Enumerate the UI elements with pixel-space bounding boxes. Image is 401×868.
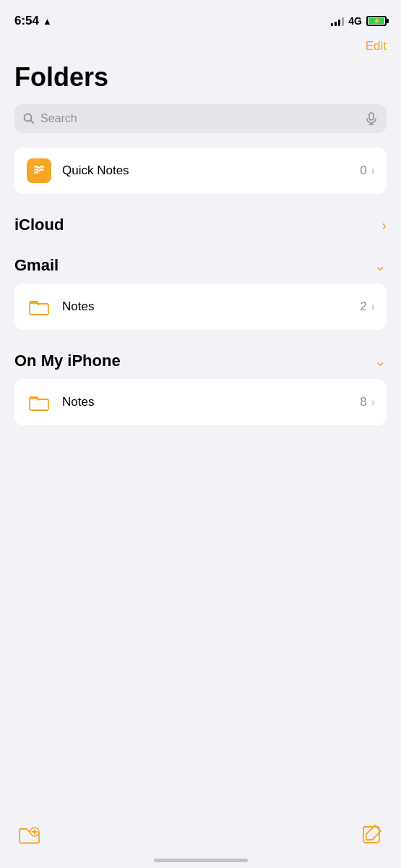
icloud-chevron-icon: › (381, 217, 387, 234)
gmail-chevron-icon: ⌄ (374, 257, 387, 274)
gmail-section-header[interactable]: Gmail ⌄ (0, 243, 401, 284)
signal-bars-icon (331, 16, 344, 26)
quick-notes-label: Quick Notes (62, 163, 360, 178)
svg-rect-2 (369, 113, 374, 120)
quick-notes-chevron-icon: › (371, 164, 375, 177)
quick-notes-item[interactable]: Quick Notes 0 › (14, 148, 387, 194)
page-title: Folders (0, 59, 401, 104)
location-arrow-icon: ▲ (43, 16, 52, 27)
search-placeholder: Search (40, 112, 359, 125)
microphone-icon[interactable] (365, 112, 378, 125)
quick-notes-icon (27, 158, 51, 183)
gmail-notes-label: Notes (62, 299, 360, 314)
gmail-notes-count: 2 (360, 299, 366, 314)
battery-icon: ⚡ (366, 16, 387, 26)
onmyiphone-chevron-icon: ⌄ (374, 352, 387, 370)
onmyiphone-section-title: On My iPhone (14, 352, 121, 370)
quick-notes-count: 0 (360, 163, 366, 178)
svg-line-1 (30, 120, 33, 123)
bottom-toolbar (0, 823, 401, 846)
top-bar: Edit (0, 36, 401, 59)
home-indicator (154, 859, 248, 862)
gmail-notes-card: Notes 2 › (14, 284, 387, 330)
quick-notes-card: Quick Notes 0 › (14, 148, 387, 194)
icloud-section-header[interactable]: iCloud › (0, 203, 401, 243)
edit-button[interactable]: Edit (366, 39, 387, 54)
gmail-section-title: Gmail (14, 256, 59, 275)
new-folder-button[interactable] (17, 823, 40, 846)
search-bar[interactable]: Search (14, 104, 387, 133)
onmyiphone-notes-chevron-icon: › (371, 396, 375, 409)
onmyiphone-folder-icon (26, 389, 52, 415)
search-icon (23, 113, 35, 124)
gmail-notes-item[interactable]: Notes 2 › (14, 284, 387, 330)
status-time: 6:54 ▲ (14, 14, 52, 28)
onmyiphone-notes-count: 8 (360, 395, 366, 409)
onmyiphone-notes-label: Notes (62, 395, 360, 409)
onmyiphone-notes-card: Notes 8 › (14, 379, 387, 425)
network-type-label: 4G (348, 15, 362, 27)
gmail-notes-chevron-icon: › (371, 300, 375, 313)
onmyiphone-section-header[interactable]: On My iPhone ⌄ (0, 339, 401, 379)
quick-notes-icon-container (26, 158, 52, 184)
gmail-folder-icon (26, 294, 52, 320)
icloud-section-title: iCloud (14, 216, 64, 234)
compose-button[interactable] (362, 824, 384, 846)
onmyiphone-notes-item[interactable]: Notes 8 › (14, 379, 387, 425)
status-icons: 4G ⚡ (331, 15, 387, 27)
status-bar: 6:54 ▲ 4G ⚡ (0, 0, 401, 36)
